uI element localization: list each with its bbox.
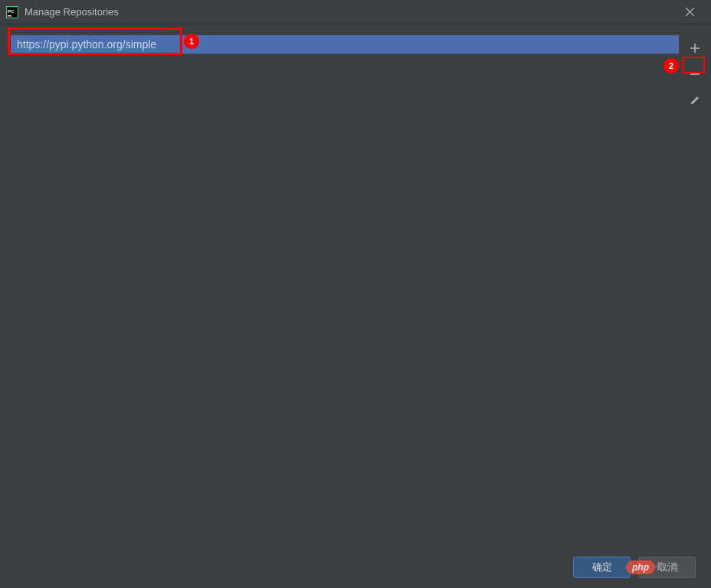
app-icon: PC bbox=[6, 6, 18, 18]
add-button[interactable] bbox=[685, 38, 705, 58]
ok-button[interactable]: 确定 bbox=[573, 557, 631, 578]
annotation-badge-1: 1 bbox=[184, 34, 199, 49]
svg-text:PC: PC bbox=[8, 9, 15, 14]
cancel-button-label: 取消 bbox=[657, 560, 677, 574]
close-icon bbox=[686, 8, 694, 16]
repository-item[interactable]: https://pypi.python.org/simple bbox=[11, 35, 679, 54]
edit-button[interactable] bbox=[685, 90, 705, 110]
minus-icon bbox=[690, 69, 700, 80]
cancel-button[interactable]: 取消 bbox=[638, 557, 696, 578]
button-bar: 确定 取消 bbox=[0, 547, 711, 588]
repository-url: https://pypi.python.org/simple bbox=[17, 38, 156, 51]
repository-list[interactable]: https://pypi.python.org/simple bbox=[8, 32, 682, 528]
remove-button[interactable] bbox=[685, 64, 705, 84]
annotation-badge-2: 2 bbox=[663, 58, 679, 74]
svg-rect-3 bbox=[8, 15, 11, 17]
content-area: https://pypi.python.org/simple bbox=[0, 24, 711, 536]
pencil-icon bbox=[690, 95, 700, 106]
titlebar: PC Manage Repositories bbox=[0, 0, 711, 24]
plus-icon bbox=[690, 43, 700, 54]
side-toolbar bbox=[682, 32, 708, 528]
ok-button-label: 确定 bbox=[592, 560, 612, 574]
close-button[interactable] bbox=[674, 2, 705, 23]
window-title: Manage Repositories bbox=[25, 6, 674, 18]
